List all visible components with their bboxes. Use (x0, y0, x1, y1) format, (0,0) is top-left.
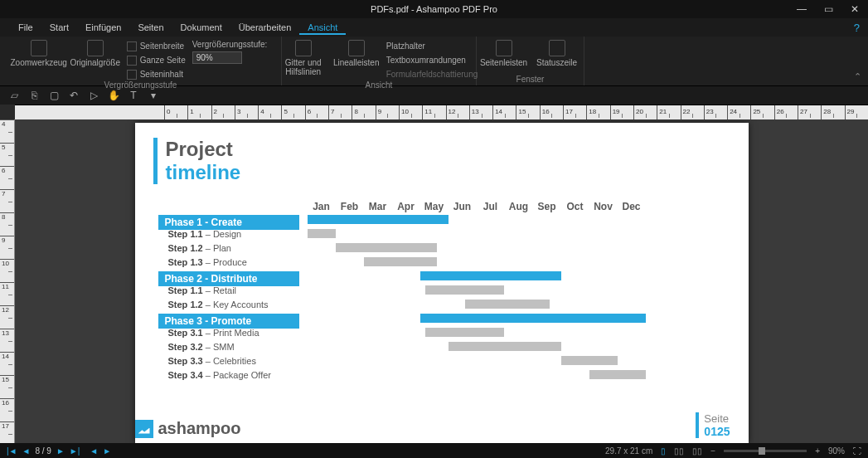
collapse-ribbon-icon[interactable]: ⌃ (854, 71, 861, 82)
status-bar: |◄ ◄ 8 / 9 ► ►| ◄ ► 29.7 x 21 cm ▯ ▯▯ ▯▯… (0, 443, 868, 458)
month-Jul: Jul (477, 201, 505, 212)
window-title: PDFs.pdf - Ashampoo PDF Pro (371, 4, 497, 14)
gantt-chart: JanFebMarAprMayJunJulAugSepOctNovDec Pha… (158, 201, 725, 382)
grid-guides-button[interactable]: Gitter und Hilfslinien (280, 40, 327, 76)
menu-bar: FileStartEinfügenSeitenDokumentÜberarbei… (0, 18, 868, 37)
page-area[interactable]: Project timeline JanFebMarAprMayJunJulAu… (15, 119, 868, 443)
qb-dropdown-icon[interactable]: ▾ (148, 90, 159, 101)
month-Sep: Sep (533, 201, 561, 212)
maximize-button[interactable]: ▭ (815, 0, 841, 18)
formfield-shading-toggle[interactable]: Formularfeldschattierung (386, 68, 478, 80)
nav-back-icon[interactable]: ◄ (90, 446, 98, 456)
menu-dokument[interactable]: Dokument (172, 20, 230, 35)
step-label: Step 1.2 – Key Accounts (158, 300, 308, 309)
step-label: Step 3.4 – Package Offer (158, 370, 308, 380)
nav-last-icon[interactable]: ►| (70, 446, 80, 456)
menu-seiten[interactable]: Seiten (129, 20, 172, 35)
magnifier-icon (31, 40, 47, 56)
footer-page-number: Seite 0125 (696, 412, 730, 438)
qb-hand-icon[interactable]: ✋ (108, 90, 119, 101)
zoom-out-icon[interactable]: − (710, 446, 715, 456)
placeholders-toggle[interactable]: Platzhalter (386, 40, 478, 52)
ribbon-group-mag-label: Vergrößerungsstufe (104, 80, 177, 91)
zoom-level-select[interactable] (192, 51, 242, 64)
view-mode-single-icon[interactable]: ▯ (661, 446, 666, 456)
zoom-in-icon[interactable]: + (815, 446, 820, 456)
menu-ansicht[interactable]: Ansicht (299, 20, 346, 35)
sidebars-button[interactable]: Seitenleisten (481, 40, 527, 67)
qb-pointer-icon[interactable]: ▷ (88, 90, 99, 101)
ruler-icon (348, 40, 365, 56)
month-Feb: Feb (336, 201, 364, 212)
qb-open-icon[interactable]: ⎘ (28, 90, 40, 101)
menu-start[interactable]: Start (41, 20, 77, 35)
step-label: Step 3.1 – Print Media (158, 328, 308, 338)
zoom-tool-button[interactable]: Zoomwerkzeug (14, 40, 64, 67)
minimize-button[interactable]: — (788, 0, 815, 18)
step-label: Step 3.2 – SMM (158, 342, 308, 352)
qb-text-icon[interactable]: T (128, 90, 139, 101)
zoom-tool-label: Zoomwerkzeug (11, 58, 67, 67)
original-size-label: Originalgröße (70, 58, 120, 67)
statusbar-button[interactable]: Statuszeile (534, 40, 580, 67)
qb-new-icon[interactable]: ▱ (8, 90, 20, 101)
month-May: May (420, 201, 449, 212)
phase-bar (420, 271, 561, 280)
close-button[interactable]: ✕ (841, 0, 868, 18)
phase-header: Phase 3 - Promote (158, 314, 299, 329)
gantt-months-header: JanFebMarAprMayJunJulAugSepOctNovDec (308, 201, 725, 212)
step-label: Step 1.3 – Produce (158, 257, 308, 267)
step-bar (336, 243, 437, 252)
page-width-button[interactable]: Seitenbreite (127, 40, 186, 52)
step-bar (364, 257, 437, 266)
help-icon[interactable]: ? (854, 22, 860, 34)
menu-einfügen[interactable]: Einfügen (77, 20, 129, 35)
pagecontent-icon (127, 70, 137, 80)
whole-page-button[interactable]: Ganze Seite (127, 54, 186, 66)
month-Oct: Oct (561, 201, 589, 212)
month-Nov: Nov (589, 201, 618, 212)
step-label: Step 1.1 – Retail (158, 285, 308, 295)
ribbon-group-view-label: Ansicht (366, 80, 393, 91)
nav-forward-icon[interactable]: ► (103, 446, 111, 456)
step-bar (308, 229, 336, 238)
month-Mar: Mar (364, 201, 392, 212)
view-mode-facing-icon[interactable]: ▯▯ (692, 446, 702, 456)
horizontal-ruler: 0123456789101112131415161718192021222324… (15, 105, 868, 119)
title-bar: PDFs.pdf - Ashampoo PDF Pro — ▭ ✕ (0, 0, 868, 18)
qb-save-icon[interactable]: ▢ (48, 90, 60, 101)
phase-header: Phase 1 - Create (158, 215, 299, 230)
ribbon: Zoomwerkzeug Originalgröße Seitenbreite … (0, 37, 868, 86)
wholepage-icon (127, 56, 137, 66)
page-content-button[interactable]: Seiteninhalt (127, 68, 186, 80)
step-bar (449, 342, 561, 351)
zoom-slider[interactable] (724, 450, 807, 452)
step-label: Step 3.3 – Celebrities (158, 356, 308, 366)
month-Dec: Dec (618, 201, 646, 212)
step-bar (561, 356, 618, 365)
menu-file[interactable]: File (10, 20, 41, 35)
nav-first-icon[interactable]: |◄ (7, 446, 17, 456)
menu-überarbeiten[interactable]: Überarbeiten (230, 20, 300, 35)
status-zoom-value: 90% (828, 446, 845, 456)
step-bar (425, 285, 504, 295)
view-mode-cont-icon[interactable]: ▯▯ (674, 446, 684, 456)
ashampoo-logo-icon (135, 420, 153, 438)
textbox-borders-toggle[interactable]: Textboxumrandungen (386, 54, 478, 66)
step-bar (425, 328, 504, 337)
pdf-page: Project timeline JanFebMarAprMayJunJulAu… (135, 123, 749, 443)
vertical-ruler: 456789101112131415161718 (0, 119, 15, 443)
fullscreen-icon[interactable]: ⛶ (853, 446, 861, 456)
doc-title-line1: Project (166, 138, 725, 161)
statusbar-icon (549, 40, 565, 56)
doc-title: Project timeline (153, 138, 725, 184)
original-size-button[interactable]: Originalgröße (70, 40, 120, 67)
qb-undo-icon[interactable]: ↶ (68, 90, 80, 101)
month-Apr: Apr (392, 201, 420, 212)
rulers-button[interactable]: Linealleisten (333, 40, 380, 67)
phase-bar (308, 215, 449, 224)
nav-prev-icon[interactable]: ◄ (22, 446, 31, 456)
phase-bar (420, 314, 646, 323)
grid-icon (295, 40, 312, 56)
nav-next-icon[interactable]: ► (56, 446, 65, 456)
